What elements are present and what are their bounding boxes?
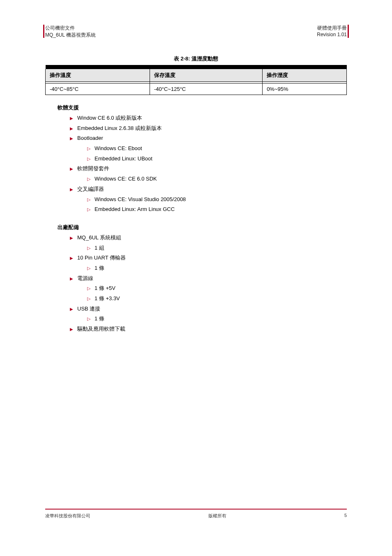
list-item-label: Windows CE: Eboot [95,145,142,151]
list-item: 1 條 +5V [87,283,347,294]
footer-left: 凌華科技股份有限公司 [45,513,90,519]
list-item-label: Windows CE: Visual Studio 2005/2008 [95,196,186,202]
list-item-label: Embedded Linux: Arm Linux GCC [95,206,175,212]
cell-1: -40°C~125°C [150,83,262,95]
sub-bullet-list: Windows CE: EbootEmbedded Linux: UBoot [87,144,347,164]
list-item-label: Window CE 6.0 或較新版本 [77,115,142,121]
sub-bullet-list: 1 條 [87,314,347,324]
group-title: 軟體支援 [58,104,347,111]
list-item-label: Bootloader [77,135,103,141]
group: 出廠配備MQ_6UL 系統模組1 組10 Pin UART 傳輸器1 條電源線1… [45,224,347,334]
group-title: 出廠配備 [58,224,347,231]
table-caption: 表 2-8: 溫溼度動態 [45,55,347,63]
page-footer: 凌華科技股份有限公司 版權所有 5 [45,509,347,519]
page-content: 公司機密文件 MQ_6UL 機器視覺系統 硬體使用手冊 Revision 1.0… [45,25,347,334]
list-item-label: 1 條 [95,315,104,322]
sub-bullet-list: 1 組 [87,243,347,253]
list-item-label: Embedded Linux: UBoot [95,155,152,162]
list-item: MQ_6UL 系統模組1 組 [70,233,347,253]
crop-mark-right [348,25,349,38]
header-left-line1: 公司機密文件 [45,25,96,32]
footer-right: 5 [344,513,347,519]
table-top-bar [46,65,347,69]
header-right-line1: 硬體使用手冊 [317,25,347,32]
cell-0: -40°C~85°C [46,83,150,95]
list-item: Embedded Linux 2.6.38 或較新版本 [70,123,347,134]
table-row: -40°C~85°C -40°C~125°C 0%~95% [46,83,347,95]
list-item-label: 1 條 +5V [95,285,115,291]
header-right-line2: Revision 1.01 [317,32,347,37]
header-right: 硬體使用手冊 Revision 1.01 [317,25,347,37]
list-item-label: 1 條 +3.3V [95,295,120,301]
list-item: Window CE 6.0 或較新版本 [70,113,347,123]
bullet-list: Window CE 6.0 或較新版本Embedded Linux 2.6.38… [70,113,347,215]
sub-bullet-list: 1 條 +5V1 條 +3.3V [87,283,347,303]
footer-rule [45,509,347,510]
list-item-label: 電源線 [77,275,93,281]
list-item: Windows CE: CE 6.0 SDK [87,174,347,184]
list-item: 軟體開發套件Windows CE: CE 6.0 SDK [70,164,347,184]
cell-2: 0%~95% [263,83,347,95]
list-item: 1 條 [87,263,347,273]
list-item: 驅動及應用軟體下載 [70,324,347,334]
list-item-label: 1 條 [95,265,104,271]
page-header: 公司機密文件 MQ_6UL 機器視覺系統 硬體使用手冊 Revision 1.0… [45,25,347,39]
list-item: 1 組 [87,243,347,253]
list-item: Embedded Linux: UBoot [87,154,347,164]
footer-center: 版權所有 [208,513,226,519]
list-item-label: 軟體開發套件 [77,165,109,171]
list-item-label: 10 Pin UART 傳輸器 [77,255,126,261]
header-left: 公司機密文件 MQ_6UL 機器視覺系統 [45,25,96,39]
list-item: BootloaderWindows CE: EbootEmbedded Linu… [70,133,347,164]
sub-bullet-list: Windows CE: Visual Studio 2005/2008Embed… [87,195,347,215]
list-item: Embedded Linux: Arm Linux GCC [87,204,347,215]
list-item-label: 1 組 [95,245,104,251]
sub-bullet-list: 1 條 [87,263,347,273]
list-item: 交叉編譯器Windows CE: Visual Studio 2005/2008… [70,184,347,215]
list-item-label: USB 連接 [77,306,100,312]
list-item: 1 條 +3.3V [87,294,347,304]
list-item: 10 Pin UART 傳輸器1 條 [70,253,347,273]
col-header-2: 操作溼度 [263,69,347,82]
list-item: 電源線1 條 +5V1 條 +3.3V [70,273,347,304]
list-item-label: MQ_6UL 系統模組 [77,234,121,241]
crop-mark-left [43,25,44,38]
col-header-1: 保存溫度 [150,69,262,82]
list-item: USB 連接1 條 [70,304,347,324]
header-left-line2: MQ_6UL 機器視覺系統 [45,32,96,39]
list-item: 1 條 [87,314,347,324]
list-item-label: Embedded Linux 2.6.38 或較新版本 [77,125,162,131]
group: 軟體支援Window CE 6.0 或較新版本Embedded Linux 2.… [45,104,347,215]
list-item-label: Windows CE: CE 6.0 SDK [95,176,157,182]
col-header-0: 操作溫度 [46,69,150,82]
bullet-list: MQ_6UL 系統模組1 組10 Pin UART 傳輸器1 條電源線1 條 +… [70,233,347,334]
sub-bullet-list: Windows CE: CE 6.0 SDK [87,174,347,184]
list-item: Windows CE: Visual Studio 2005/2008 [87,195,347,205]
list-item-label: 交叉編譯器 [77,186,104,192]
list-item-label: 驅動及應用軟體下載 [77,326,125,332]
list-item: Windows CE: Eboot [87,144,347,154]
spec-table: 操作溫度 保存溫度 操作溼度 -40°C~85°C -40°C~125°C 0%… [45,65,347,95]
